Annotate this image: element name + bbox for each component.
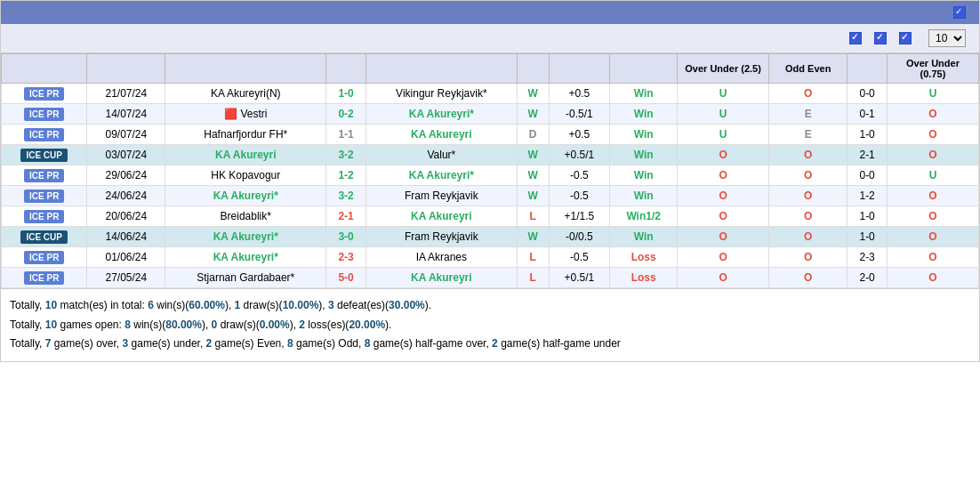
odds-cell: Win	[610, 125, 678, 145]
match-type-badge: ICE PR	[24, 108, 64, 121]
over-under-25-cell: O	[678, 186, 769, 206]
odds-cell: Win1/2	[610, 206, 678, 227]
over-under-25-cell: O	[678, 206, 769, 227]
team1-name: Stjarnan Gardabaer*	[197, 271, 294, 284]
team1-cell: HK Kopavogur	[165, 165, 326, 186]
half-under-count: 2	[492, 337, 498, 350]
wdl-cell: D	[517, 125, 549, 145]
team2-name: KA Akureyri	[411, 271, 471, 284]
result-cell: 3-2	[326, 145, 366, 165]
filter-ice-lc[interactable]	[899, 32, 915, 44]
date-cell: 14/06/24	[87, 227, 165, 247]
odd-even-value: O	[804, 87, 812, 100]
defeats-count: 3	[328, 299, 334, 311]
col-date	[87, 54, 165, 84]
team2-cell: Fram Reykjavik	[365, 186, 517, 206]
match-type-badge: ICE CUP	[20, 230, 68, 244]
odd-even-cell: E	[769, 125, 847, 145]
ice-pr-checkbox[interactable]	[849, 32, 862, 44]
display-notes-checkbox[interactable]	[953, 6, 966, 19]
odds-cell: Win	[610, 104, 678, 125]
table-header-row: Over Under (2.5) Odd Even Over Under (0.…	[2, 54, 979, 84]
col-odds	[610, 54, 678, 84]
wdl-badge: D	[529, 128, 537, 141]
over-under-075-cell: O	[887, 125, 978, 145]
odd-even-value: O	[804, 190, 812, 202]
handicap-cell: -0.5/1	[549, 104, 610, 125]
over-under-075-cell: O	[887, 268, 978, 288]
date-cell: 20/06/24	[87, 206, 165, 227]
odds-value: Win	[634, 169, 654, 181]
team2-name: Vikingur Reykjavik*	[396, 87, 487, 100]
match-type-cell: ICE PR	[2, 104, 87, 125]
team2-cell: KA Akureyri	[365, 125, 517, 145]
over-under-25-cell: O	[678, 145, 769, 165]
games-dropdown[interactable]: 10 5 15 20 All	[928, 29, 966, 47]
result-cell: 2-1	[326, 206, 366, 227]
team1-name: 🟥 Vestri	[224, 108, 267, 120]
ht-cell: 1-2	[847, 186, 888, 206]
team1-name: Breidablik*	[221, 210, 271, 222]
odds-value: Win	[634, 149, 654, 161]
wdl-badge: L	[530, 271, 536, 284]
handicap-cell: -0.5	[549, 165, 610, 186]
odd-even-cell: O	[769, 268, 847, 288]
open-losses-pct: 20.00%	[349, 319, 385, 331]
defeats-pct: 30.00%	[389, 299, 425, 311]
odd-even-cell: E	[769, 104, 847, 125]
over-under-25-cell: U	[678, 84, 769, 104]
half-over-count: 8	[365, 337, 371, 350]
ht-cell: 2-3	[847, 247, 888, 268]
wdl-cell: W	[517, 165, 549, 186]
odds-cell: Win	[610, 145, 678, 165]
match-type-cell: ICE PR	[2, 165, 87, 186]
odd-even-cell: O	[769, 206, 847, 227]
wdl-cell: L	[517, 247, 549, 268]
filter-ice-cup[interactable]	[874, 32, 890, 44]
odds-cell: Win	[610, 186, 678, 206]
over-under-075-value: U	[929, 87, 937, 100]
over-under-25-value: O	[719, 230, 727, 243]
open-draws-pct: 0.00%	[260, 319, 290, 331]
filter-ice-pr[interactable]	[849, 32, 865, 44]
odd-even-cell: O	[769, 84, 847, 104]
team2-name: KA Akureyri	[411, 210, 471, 222]
team1-cell: KA Akureyri*	[165, 247, 326, 268]
over-under-075-value: O	[928, 210, 936, 222]
over-under-075-cell: O	[887, 227, 978, 247]
over-under-25-cell: U	[678, 125, 769, 145]
open-games-count: 10	[45, 319, 57, 331]
ice-lc-checkbox[interactable]	[899, 32, 912, 44]
over-under-25-value: U	[719, 128, 727, 141]
date-cell: 03/07/24	[87, 145, 165, 165]
over-under-075-value: O	[928, 128, 936, 141]
odd-even-cell: O	[769, 186, 847, 206]
result-cell: 3-0	[326, 227, 366, 247]
ice-cup-checkbox[interactable]	[874, 32, 887, 44]
team1-cell: KA Akureyri*	[165, 227, 326, 247]
over-under-075-value: U	[929, 169, 937, 181]
team2-cell: Fram Reykjavik	[365, 227, 517, 247]
open-draws: 0	[212, 319, 218, 331]
match-type-cell: ICE PR	[2, 247, 87, 268]
col-team2	[365, 54, 517, 84]
team2-name: KA Akureyri	[411, 128, 471, 141]
over-under-25-value: O	[719, 190, 727, 202]
total-matches: 10	[45, 299, 57, 311]
odds-value: Win	[634, 108, 654, 120]
table-row: ICE PR 09/07/24 Hafnarfjordur FH* 1-1 KA…	[2, 125, 979, 145]
wdl-cell: W	[517, 104, 549, 125]
result-cell: 1-1	[326, 125, 366, 145]
match-type-badge: ICE PR	[24, 87, 64, 101]
handicap-cell: -0.5	[549, 186, 610, 206]
table-row: ICE PR 24/06/24 KA Akureyri* 3-2 Fram Re…	[2, 186, 979, 206]
handicap-cell: -0.5	[549, 247, 610, 268]
odd-even-value: O	[804, 210, 812, 222]
result-cell: 3-2	[326, 186, 366, 206]
team1-name: Hafnarfjordur FH*	[204, 128, 287, 141]
match-type-cell: ICE PR	[2, 268, 87, 288]
date-cell: 29/06/24	[87, 165, 165, 186]
odds-cell: Loss	[610, 268, 678, 288]
ht-cell: 2-1	[847, 145, 888, 165]
wdl-badge: W	[528, 87, 538, 100]
